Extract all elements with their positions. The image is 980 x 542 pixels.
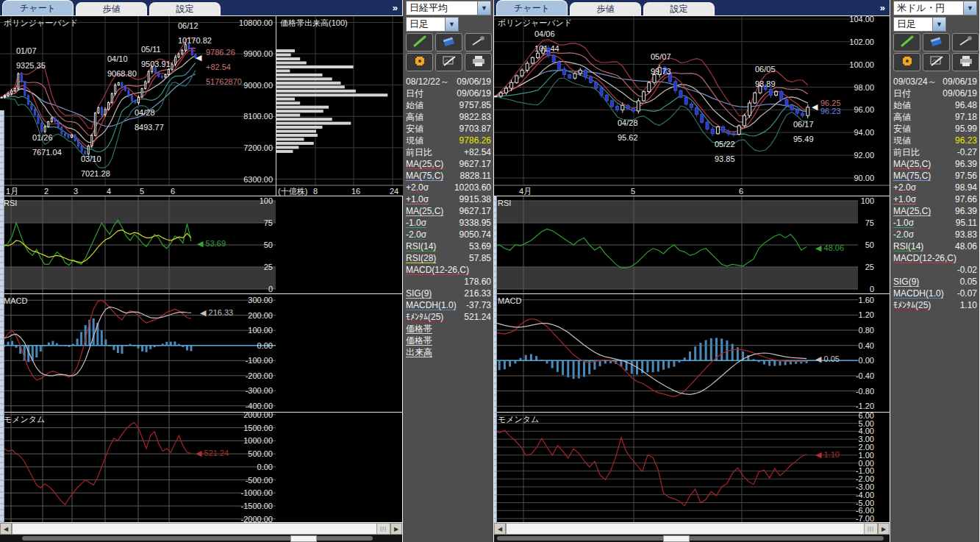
row-label[interactable]: MA(25,C): [406, 158, 443, 170]
chart-eraser-icon: [442, 55, 457, 69]
row-label[interactable]: RSI(14): [893, 240, 923, 252]
indicator-row: 高値97.18: [893, 111, 977, 123]
row-value: 9050.74: [459, 229, 491, 240]
tab-chart[interactable]: チャート: [2, 0, 74, 15]
macd-chart-usdjpy[interactable]: 1.601.200.800.400.00-0.40-0.80-1.20◀ 0.0…: [494, 293, 890, 412]
h-scrollbar-usdjpy[interactable]: ◀|||▶: [494, 522, 890, 535]
scrollbar-thumb[interactable]: |||: [506, 523, 878, 535]
row-value: 521.24: [464, 311, 491, 323]
chevron-down-icon[interactable]: ▼: [477, 1, 490, 15]
row-label[interactable]: 出来高: [406, 346, 432, 358]
rsi-chart-nikkei[interactable]: 1007550250◀ 53.69RSI: [0, 196, 402, 293]
momentum-chart-usdjpy[interactable]: 6.005.004.003.002.001.000.00-1.00-2.00-3…: [494, 412, 890, 522]
scrollbar-grip[interactable]: |||: [376, 524, 390, 534]
row-label[interactable]: -2.0σ: [406, 229, 426, 240]
tab-settings[interactable]: 設定: [149, 2, 221, 15]
printer-tool-button[interactable]: [952, 53, 979, 71]
eraser-tool-button[interactable]: [435, 33, 462, 51]
row-value: 9822.83: [459, 111, 491, 123]
tab-chart[interactable]: チャート: [496, 0, 568, 15]
row-label[interactable]: -1.0σ: [406, 217, 426, 229]
row-label[interactable]: MA(25,C): [893, 158, 931, 170]
symbol-select[interactable]: 日経平均▼: [406, 1, 491, 15]
scroll-right-button[interactable]: ▶: [390, 523, 402, 535]
row-value: 95.11: [956, 217, 977, 229]
timeframe-select[interactable]: 日足▼: [406, 17, 459, 32]
row-label[interactable]: +2.0σ: [893, 182, 916, 193]
row-label[interactable]: MACD(12-26,C): [893, 252, 956, 264]
row-label[interactable]: MA(25,C): [406, 205, 443, 217]
row-value: 10203.60: [454, 182, 491, 193]
pencil-tool-button[interactable]: [406, 33, 433, 51]
bollinger-chart-nikkei[interactable]: 1月2345610800.009900.009000.008100.007200…: [0, 16, 276, 196]
row-label[interactable]: RSI(14): [406, 240, 436, 252]
row-label[interactable]: -1.0σ: [893, 217, 914, 229]
row-label: 08/12/22～: [406, 76, 449, 88]
bollinger-chart-usdjpy[interactable]: 4月56104.00102.00100.0098.0096.0094.0092.…: [494, 16, 890, 196]
indicator-row: MA(25,C)9627.17: [406, 158, 491, 170]
row-label[interactable]: MA(75,C): [893, 170, 931, 182]
scrollbar-grip[interactable]: |||: [864, 524, 877, 534]
scroll-left-button[interactable]: ◀: [494, 523, 506, 535]
svg-text:16: 16: [351, 187, 360, 196]
row-label[interactable]: ﾓﾒﾝﾀﾑ(25): [893, 299, 931, 311]
chart-eraser-icon: [929, 55, 944, 69]
printer-tool-button[interactable]: [465, 53, 492, 71]
scrollbar-thumb[interactable]: |||: [12, 523, 390, 535]
chevron-down-icon[interactable]: ▼: [932, 18, 945, 31]
scroll-right-button[interactable]: ▶: [878, 523, 890, 535]
volume-profile-chart[interactable]: (十億株)81624価格帯出来高(100): [276, 16, 403, 196]
svg-text:101.44: 101.44: [534, 44, 559, 53]
left-edge-splitter[interactable]: [0, 110, 4, 523]
tab-quotes[interactable]: 歩値: [570, 2, 641, 15]
right-edge-splitter[interactable]: [494, 196, 497, 523]
row-label[interactable]: MACD(12-26,C): [406, 264, 469, 276]
row-value: 0.05: [960, 276, 977, 288]
chart-eraser-tool-button[interactable]: [923, 53, 950, 71]
timeframe-select[interactable]: 日足▼: [893, 17, 946, 32]
svg-text:92.00: 92.00: [854, 151, 874, 160]
svg-text:+82.54: +82.54: [206, 63, 231, 71]
tab-quotes[interactable]: 歩値: [76, 2, 147, 15]
momentum-chart-nikkei[interactable]: 2000.001500.001000.00500.000.00-500.00-1…: [0, 412, 402, 522]
row-label[interactable]: MA(75,C): [406, 170, 443, 182]
more-tabs-icon[interactable]: »: [880, 2, 890, 15]
row-label[interactable]: -2.0σ: [893, 229, 914, 240]
eraser-tool-button[interactable]: [923, 33, 950, 51]
pencil-tool-button[interactable]: [893, 33, 920, 51]
svg-text:1000.00: 1000.00: [243, 436, 273, 445]
tab-settings[interactable]: 設定: [643, 2, 715, 15]
indicator-row: 始値96.48: [893, 99, 977, 111]
row-label[interactable]: SIG(9): [893, 276, 919, 288]
svg-text:2: 2: [44, 187, 49, 196]
row-label[interactable]: +1.0σ: [893, 193, 916, 205]
row-label[interactable]: +1.0σ: [406, 193, 429, 205]
svg-text:100.00: 100.00: [849, 60, 874, 69]
row-label[interactable]: MA(25,C): [893, 205, 931, 217]
gear-tool-button[interactable]: [893, 53, 920, 71]
gear-tool-button[interactable]: [406, 53, 433, 71]
row-label[interactable]: MACDH(1.0): [406, 299, 457, 311]
scroll-left-button[interactable]: ◀: [0, 523, 12, 535]
chevron-down-icon[interactable]: ▼: [445, 18, 458, 31]
symbol-select[interactable]: 米ドル・円▼: [893, 1, 977, 15]
macd-chart-nikkei[interactable]: 300.00200.00100.000.00-100.00-200.00-300…: [0, 293, 402, 412]
background-window-edge: [497, 536, 884, 541]
more-tabs-icon[interactable]: »: [393, 2, 402, 15]
svg-text:5: 5: [631, 187, 635, 196]
line-eraser-tool-button[interactable]: [952, 33, 979, 51]
bottom-strip-right: [494, 535, 890, 542]
row-label[interactable]: 価格帯: [406, 323, 432, 335]
row-label[interactable]: +2.0σ: [406, 182, 429, 193]
row-label[interactable]: ﾓﾒﾝﾀﾑ(25): [406, 311, 443, 323]
row-label[interactable]: MACDH(1.0): [893, 288, 944, 299]
line-eraser-tool-button[interactable]: [465, 33, 492, 51]
h-scrollbar-nikkei[interactable]: ◀|||▶: [0, 522, 402, 535]
row-label[interactable]: SIG(9): [406, 288, 432, 299]
rsi-chart-usdjpy[interactable]: 1007550250◀ 48.06RSI: [494, 196, 890, 293]
svg-text:6: 6: [171, 187, 175, 196]
row-label[interactable]: RSI(28): [406, 252, 436, 264]
row-label[interactable]: 価格帯: [406, 335, 432, 346]
chevron-down-icon[interactable]: ▼: [963, 1, 976, 15]
chart-eraser-tool-button[interactable]: [435, 53, 462, 71]
